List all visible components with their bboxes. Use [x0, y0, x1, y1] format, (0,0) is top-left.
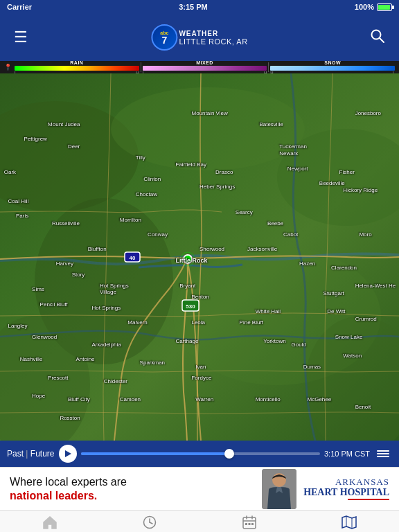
location-label: LITTLE ROCK, AR: [179, 37, 247, 46]
layers-icon: [377, 450, 389, 452]
weather-label: WEATHER: [179, 30, 218, 37]
mixed-gradient: [143, 66, 267, 71]
svg-line-20: [150, 522, 152, 524]
timeline-time: 3:10 PM CST: [324, 450, 370, 458]
layers-icon-3: [377, 456, 389, 457]
carrier-label: Carrier: [7, 3, 32, 11]
layers-button[interactable]: [374, 447, 392, 460]
svg-text:530: 530: [186, 303, 195, 310]
ad-main-text: Where local experts are national leaders…: [10, 475, 255, 502]
future-label: Future: [30, 449, 55, 459]
search-button[interactable]: [366, 24, 389, 51]
logo-area: abc 7 WEATHER LITTLE ROCK, AR: [151, 24, 247, 51]
ad-text-area: Where local experts are national leaders…: [10, 475, 255, 502]
status-right: 100%: [355, 3, 392, 11]
nav-daily[interactable]: Daily: [200, 511, 299, 532]
past-label: Past: [7, 449, 24, 459]
timeline-track[interactable]: [81, 452, 320, 455]
snow-legend: SNOW H L: [270, 60, 395, 75]
ad-logo-title-line2: HEART HOSPITAL: [303, 487, 389, 497]
battery-percent: 100%: [355, 3, 374, 11]
ad-logo-underline: [348, 499, 389, 500]
play-button[interactable]: [59, 445, 77, 463]
radar-legend: 📍 RAIN L H MIXED L H SNOW H L: [0, 61, 399, 73]
hourly-icon: [142, 515, 157, 532]
ad-person-image: [262, 469, 296, 509]
rain-gradient: [15, 66, 139, 71]
home-icon: [42, 515, 57, 532]
map-svg: 530 40: [0, 73, 399, 441]
svg-line-1: [380, 38, 384, 42]
map-area[interactable]: 530 40 Mount Judea Mountain View Batesvi…: [0, 73, 399, 441]
past-future-label: Past | Future: [7, 449, 55, 459]
svg-text:40: 40: [130, 255, 136, 261]
battery-fill: [378, 5, 390, 10]
nav-home[interactable]: Home: [0, 511, 100, 532]
battery-icon: [377, 3, 392, 11]
ad-line1: Where local experts are: [10, 476, 127, 488]
svg-rect-27: [251, 523, 254, 525]
rain-legend: RAIN L H: [15, 60, 139, 75]
play-icon: [65, 450, 71, 457]
nav-map[interactable]: Map: [299, 511, 399, 532]
header: ☰ abc 7 WEATHER LITTLE ROCK, AR: [0, 14, 399, 61]
legend-pin: 📍: [4, 64, 12, 71]
layers-icon-2: [377, 453, 389, 454]
person-silhouette: [262, 469, 296, 509]
legend-divider-1: [141, 62, 141, 72]
svg-rect-25: [245, 523, 247, 525]
nav-hourly[interactable]: Hourly: [100, 511, 200, 532]
status-bar: Carrier 3:15 PM 100%: [0, 0, 399, 14]
timeline-thumb[interactable]: [224, 449, 234, 459]
svg-rect-26: [249, 523, 251, 525]
bottom-nav: Home Hourly Daily: [0, 510, 399, 532]
mixed-legend: MIXED L H: [143, 60, 267, 75]
timeline-progress: [81, 452, 229, 455]
search-icon: [370, 28, 385, 44]
daily-icon: [242, 515, 257, 532]
ad-logo-title-line1: ARKANSAS: [335, 477, 389, 487]
app-logo: abc 7: [151, 24, 177, 51]
time-display: 3:15 PM: [179, 3, 208, 11]
menu-button[interactable]: ☰: [10, 26, 32, 49]
ad-banner[interactable]: Where local experts are national leaders…: [0, 467, 399, 510]
ad-logo-area: ARKANSAS HEART HOSPITAL: [303, 477, 389, 501]
svg-point-14: [184, 255, 192, 263]
timeline-bar: Past | Future 3:10 PM CST: [0, 441, 399, 467]
svg-point-4: [111, 87, 305, 170]
map-icon: [342, 515, 357, 532]
ad-line2: national leaders.: [10, 490, 97, 502]
snow-gradient: [270, 66, 395, 71]
legend-divider-2: [268, 62, 269, 72]
